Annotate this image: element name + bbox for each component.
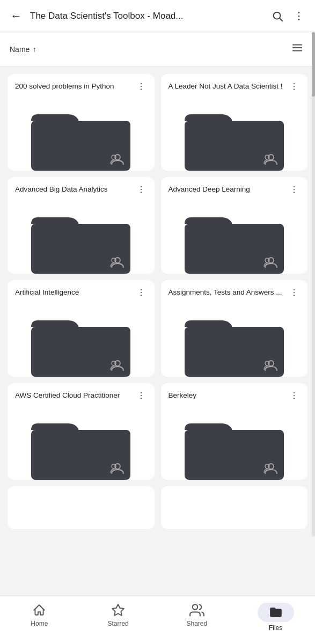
svg-rect-47: [31, 430, 130, 480]
top-bar: ← The Data Scientist's Toolbox - Moad...: [0, 0, 315, 32]
svg-point-52: [294, 398, 295, 399]
folder-svg-7: [15, 418, 147, 480]
folder-card-title-8: Berkeley: [169, 391, 289, 400]
svg-point-34: [140, 295, 141, 296]
folder-icon-area-5: [15, 304, 147, 377]
folder-icon-area-8: [169, 407, 301, 480]
svg-rect-29: [185, 224, 284, 274]
svg-point-15: [294, 86, 295, 87]
nav-label-starred: Starred: [107, 620, 128, 627]
folder-card-7[interactable]: AWS Certified Cloud Practitioner: [8, 383, 155, 480]
svg-point-46: [140, 398, 141, 399]
partial-card-right[interactable]: [161, 486, 308, 529]
folder-menu-button-4[interactable]: [288, 185, 300, 196]
folder-icon-area-6: [169, 304, 301, 377]
folder-icon-area-7: [15, 407, 147, 480]
folder-card-title-1: 200 solved problems in Python: [15, 82, 135, 91]
folder-card-header-3: Advanced Big Data Analytics: [15, 185, 147, 196]
nav-item-home[interactable]: Home: [0, 602, 79, 627]
svg-point-21: [140, 189, 141, 190]
list-view-button[interactable]: [289, 40, 305, 58]
bottom-nav: Home Starred Shared: [0, 596, 315, 644]
folder-svg-2: [169, 109, 301, 171]
svg-point-40: [294, 295, 295, 296]
folder-svg-1: [15, 109, 147, 171]
folder-svg-4: [169, 212, 301, 274]
folder-card-header-5: Artificial Intelligence: [15, 288, 147, 299]
folder-icon-area-2: [169, 98, 301, 171]
svg-point-57: [193, 605, 197, 610]
folder-card-header-1: 200 solved problems in Python: [15, 82, 147, 93]
svg-marker-56: [112, 604, 124, 616]
folder-card-title-2: A Leader Not Just A Data Scientist !: [169, 82, 289, 91]
svg-rect-35: [31, 327, 130, 377]
sort-name-label: Name: [10, 45, 30, 54]
folder-card-title-5: Artificial Intelligence: [15, 288, 135, 297]
folder-card-title-6: Assignments, Tests and Answers ...: [169, 288, 289, 297]
folder-card-header-7: AWS Certified Cloud Practitioner: [15, 391, 147, 402]
svg-point-26: [294, 186, 295, 187]
folder-card-header-8: Berkeley: [169, 391, 301, 402]
svg-point-20: [140, 186, 141, 187]
back-button[interactable]: ←: [6, 6, 26, 26]
search-button[interactable]: [268, 6, 287, 26]
folder-menu-button-3[interactable]: [135, 185, 147, 196]
svg-point-27: [294, 189, 295, 190]
starred-icon: [111, 603, 126, 618]
svg-point-2: [298, 12, 300, 13]
folder-menu-button-7[interactable]: [135, 391, 147, 402]
partial-card-left[interactable]: [8, 486, 155, 529]
svg-point-38: [294, 289, 295, 290]
svg-point-4: [298, 19, 300, 20]
svg-point-44: [140, 392, 141, 393]
svg-rect-53: [185, 430, 284, 480]
folder-card-4[interactable]: Advanced Deep Learning: [161, 177, 308, 274]
folder-card-8[interactable]: Berkeley: [161, 383, 308, 480]
sort-bar: Name ↑: [0, 32, 315, 67]
partial-row: [0, 486, 315, 583]
folder-card-title-3: Advanced Big Data Analytics: [15, 185, 135, 194]
files-icon: [268, 605, 283, 620]
nav-item-files[interactable]: Files: [236, 602, 315, 632]
svg-rect-17: [185, 121, 284, 171]
folder-svg-6: [169, 315, 301, 377]
more-options-button[interactable]: [289, 6, 309, 26]
home-icon: [32, 603, 47, 618]
scrollbar-thumb[interactable]: [312, 32, 315, 97]
folder-menu-button-5[interactable]: [135, 288, 147, 299]
folder-card-header-4: Advanced Deep Learning: [169, 185, 301, 196]
nav-item-shared[interactable]: Shared: [158, 602, 237, 627]
folder-card-3[interactable]: Advanced Big Data Analytics: [8, 177, 155, 274]
folder-card-6[interactable]: Assignments, Tests and Answers ...: [161, 280, 308, 377]
scrollbar[interactable]: [312, 32, 315, 537]
svg-point-16: [294, 89, 295, 90]
folder-card-1[interactable]: 200 solved problems in Python: [8, 74, 155, 171]
folder-menu-button-2[interactable]: [288, 82, 300, 93]
nav-item-starred[interactable]: Starred: [79, 602, 158, 627]
svg-point-32: [140, 289, 141, 290]
folder-menu-button-1[interactable]: [135, 82, 147, 93]
nav-label-shared: Shared: [187, 620, 208, 627]
folder-svg-3: [15, 212, 147, 274]
svg-line-1: [280, 18, 282, 21]
folder-card-5[interactable]: Artificial Intelligence: [8, 280, 155, 377]
folder-grid: 200 solved problems in Python: [0, 67, 315, 480]
folder-card-title-7: AWS Certified Cloud Practitioner: [15, 391, 135, 400]
folder-icon-area-4: [169, 201, 301, 274]
folder-card-title-4: Advanced Deep Learning: [169, 185, 289, 194]
folder-menu-button-6[interactable]: [288, 288, 300, 299]
svg-point-10: [140, 89, 141, 90]
svg-point-9: [140, 86, 141, 87]
sort-label[interactable]: Name ↑: [10, 45, 36, 54]
folder-icon-area-1: [15, 98, 147, 171]
folder-icon-area-3: [15, 201, 147, 274]
folder-menu-button-8[interactable]: [288, 391, 300, 402]
svg-point-50: [294, 392, 295, 393]
top-bar-icons: [268, 6, 309, 26]
svg-rect-41: [185, 327, 284, 377]
folder-card-2[interactable]: A Leader Not Just A Data Scientist !: [161, 74, 308, 171]
svg-point-3: [298, 15, 300, 17]
svg-point-33: [140, 292, 141, 293]
svg-point-28: [294, 192, 295, 193]
svg-point-22: [140, 192, 141, 193]
